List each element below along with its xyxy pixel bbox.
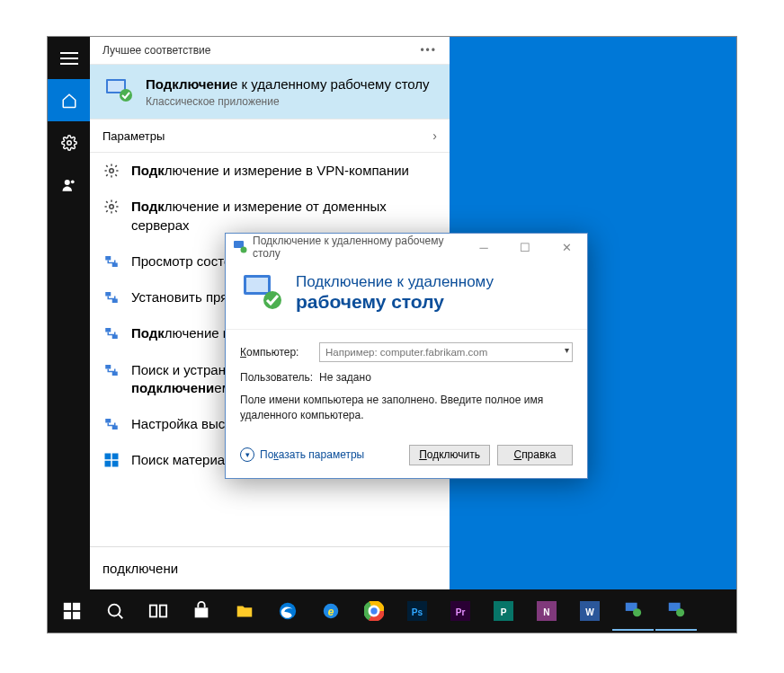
rdp-title-icon — [233, 240, 247, 254]
rdp-body: Компьютер: ▾ Пользователь: Не задано Пол… — [226, 330, 587, 436]
rdp-footer: ▾ Показать параметры Подключить Справка — [226, 436, 587, 478]
svg-rect-20 — [105, 461, 111, 467]
start-left-rail — [48, 37, 90, 633]
minimize-button[interactable]: ─ — [463, 234, 504, 261]
word-icon[interactable]: W — [569, 591, 610, 631]
svg-rect-8 — [105, 256, 111, 261]
svg-point-31 — [109, 605, 120, 616]
svg-point-1 — [64, 180, 69, 185]
user-label: Пользователь: — [240, 371, 310, 384]
net-icon — [102, 288, 120, 306]
svg-rect-22 — [234, 241, 244, 248]
start-button[interactable] — [51, 591, 93, 631]
store-icon[interactable] — [181, 591, 222, 631]
more-icon[interactable]: ••• — [420, 44, 437, 57]
best-match-label: Лучшее соответствие — [102, 44, 210, 57]
best-match-title: Подключение к удаленному рабочему столу — [146, 75, 430, 93]
chrome-icon[interactable] — [353, 591, 395, 631]
svg-point-0 — [67, 140, 71, 145]
params-label: Параметры — [102, 129, 165, 143]
svg-text:P: P — [501, 607, 507, 617]
svg-rect-21 — [112, 461, 119, 467]
photoshop-icon[interactable]: Ps — [396, 591, 438, 631]
rdp-window: Подключение к удаленному рабочему столу … — [225, 233, 588, 479]
gear-icon — [102, 162, 120, 180]
svg-rect-33 — [160, 606, 166, 617]
rdp-header-line1: Подключение к удаленному — [296, 273, 494, 291]
cortana-search-button[interactable] — [94, 591, 136, 631]
premiere-icon[interactable]: Pr — [440, 591, 481, 631]
publisher-icon[interactable]: P — [483, 591, 524, 631]
computer-input[interactable] — [325, 347, 566, 358]
best-match-item[interactable]: Подключение к удаленному рабочему столу … — [90, 65, 450, 119]
result-item[interactable]: Подключение и измерение в VPN-компании — [90, 153, 450, 189]
settings-icon[interactable] — [48, 121, 90, 164]
svg-rect-30 — [73, 612, 80, 619]
svg-text:W: W — [585, 607, 594, 617]
rdp-taskbar-icon-1[interactable] — [612, 591, 654, 631]
hamburger-icon[interactable] — [48, 37, 90, 79]
connect-button[interactable]: Подключить — [409, 445, 490, 465]
svg-text:e: e — [328, 606, 334, 618]
user-value: Не задано — [319, 371, 371, 384]
svg-rect-28 — [73, 603, 80, 610]
home-icon[interactable] — [48, 79, 90, 121]
svg-rect-4 — [108, 81, 124, 92]
svg-text:Ps: Ps — [412, 607, 423, 617]
svg-text:Pr: Pr — [456, 607, 466, 617]
rdp-hint: Поле имени компьютера не заполнено. Введ… — [240, 393, 573, 423]
explorer-icon[interactable] — [224, 591, 265, 631]
win-icon — [102, 451, 120, 469]
svg-text:N: N — [543, 607, 549, 617]
computer-combo[interactable]: ▾ — [319, 342, 573, 362]
svg-point-53 — [633, 608, 641, 616]
rdp-titlebar[interactable]: Подключение к удаленному рабочему столу … — [226, 234, 587, 261]
svg-rect-25 — [246, 278, 268, 292]
help-button[interactable]: Справка — [497, 445, 573, 465]
svg-rect-19 — [112, 454, 119, 460]
search-input[interactable] — [102, 561, 437, 576]
svg-rect-32 — [150, 606, 156, 617]
onenote-icon[interactable]: N — [526, 591, 567, 631]
svg-point-55 — [676, 608, 684, 616]
svg-point-23 — [241, 247, 247, 253]
svg-rect-10 — [105, 292, 111, 297]
gear-icon — [102, 198, 120, 216]
net-icon — [102, 324, 120, 342]
rdp-title-text: Подключение к удаленному рабочему столу — [253, 235, 463, 260]
net-icon — [102, 361, 120, 379]
maximize-button[interactable]: ☐ — [504, 234, 546, 261]
best-match-header: Лучшее соответствие ••• — [90, 37, 450, 65]
svg-rect-12 — [105, 328, 111, 332]
close-button[interactable]: ✕ — [546, 234, 587, 261]
rdp-header: Подключение к удаленному рабочему столу — [226, 261, 587, 330]
taskbar: e Ps Pr P N W — [48, 589, 736, 633]
svg-point-5 — [120, 89, 132, 102]
rdp-taskbar-icon-2[interactable] — [655, 591, 697, 631]
svg-rect-18 — [105, 454, 111, 460]
result-text: Подключение и измерение от доменных серв… — [131, 198, 437, 235]
rdp-app-icon — [102, 75, 135, 108]
svg-point-2 — [70, 180, 74, 183]
show-params-link[interactable]: ▾ Показать параметры — [240, 447, 364, 462]
people-icon[interactable] — [48, 164, 90, 206]
circle-down-icon: ▾ — [240, 447, 254, 462]
edge-icon[interactable] — [267, 591, 308, 631]
net-icon — [102, 252, 120, 270]
task-view-button[interactable] — [138, 591, 179, 631]
svg-rect-29 — [64, 612, 71, 619]
svg-point-41 — [370, 607, 377, 614]
net-icon — [102, 415, 120, 433]
result-text: Подключение и измерение в VPN-компании — [131, 162, 409, 180]
svg-point-6 — [110, 169, 114, 173]
svg-rect-14 — [105, 365, 111, 369]
rdp-big-icon — [240, 271, 283, 314]
params-header[interactable]: Параметры › — [90, 119, 450, 153]
best-match-subtitle: Классическое приложение — [146, 95, 430, 108]
ie-icon[interactable]: e — [310, 591, 352, 631]
rdp-header-line2: рабочему столу — [296, 291, 494, 313]
computer-label: Компьютер: — [240, 346, 310, 359]
chevron-down-icon[interactable]: ▾ — [565, 345, 569, 355]
svg-point-7 — [110, 205, 114, 209]
chevron-right-icon: › — [432, 128, 437, 143]
